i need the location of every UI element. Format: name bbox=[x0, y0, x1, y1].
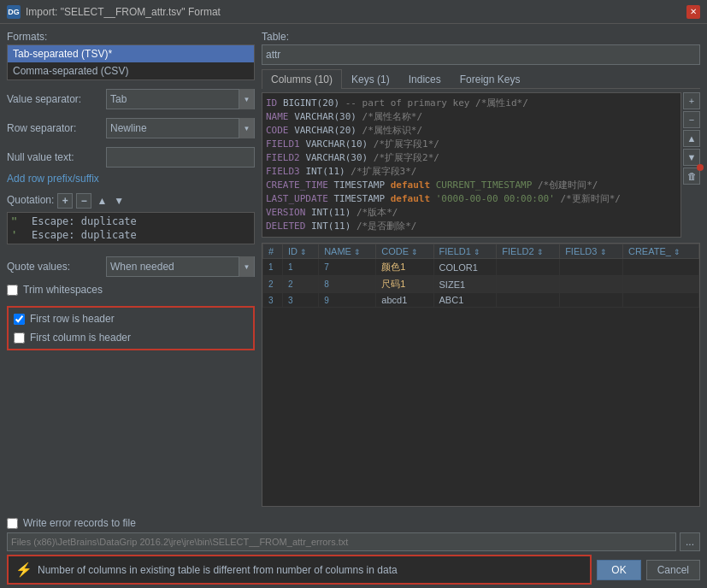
quotation-section: Quotation: + − ▲ ▼ " Escape: duplicate '… bbox=[7, 193, 255, 244]
quotation-remove-btn[interactable]: − bbox=[76, 193, 91, 209]
quote-values-select[interactable]: When needed Always Never bbox=[107, 257, 239, 276]
cell-rownum-1: 1 bbox=[263, 259, 283, 276]
col-header-field2: FIELD2 ⇕ bbox=[497, 244, 560, 259]
cell-field2-1 bbox=[560, 259, 623, 276]
first-column-header-checkbox[interactable] bbox=[14, 332, 25, 344]
warning-row: ⚡ Number of columns in existing table is… bbox=[7, 555, 592, 585]
warning-and-actions: ⚡ Number of columns in existing table is… bbox=[7, 555, 700, 585]
quotation-down-btn[interactable]: ▼ bbox=[112, 195, 126, 207]
main-content: Formats: Tab-separated (TSV)* Comma-sepa… bbox=[0, 24, 707, 514]
tab-columns[interactable]: Columns (10) bbox=[262, 69, 342, 89]
sql-line-5: FIELD2 VARCHAR(30) /*扩展字段2*/ bbox=[266, 151, 677, 165]
add-row-prefix-link[interactable]: Add row prefix/suffix bbox=[7, 173, 255, 185]
cell-field3-2 bbox=[622, 276, 698, 293]
first-row-header-checkbox[interactable] bbox=[14, 314, 25, 325]
close-button[interactable]: ✕ bbox=[686, 5, 700, 19]
cell-field1-3 bbox=[497, 293, 560, 308]
cell-field3-3 bbox=[622, 293, 698, 308]
null-value-row: Null value text: bbox=[7, 147, 255, 168]
cell-field1-1 bbox=[497, 259, 560, 276]
action-buttons: OK Cancel bbox=[597, 560, 700, 580]
cell-rownum-3: 3 bbox=[263, 293, 283, 308]
cell-field2-2 bbox=[560, 276, 623, 293]
quote-char-double: " bbox=[11, 215, 25, 227]
tabs-bar: Columns (10) Keys (1) Indices Foreign Ke… bbox=[262, 68, 700, 89]
left-panel: Formats: Tab-separated (TSV)* Comma-sepa… bbox=[7, 31, 255, 507]
quotation-row-double: " Escape: duplicate bbox=[11, 215, 250, 228]
data-table-wrap: # ID ⇕ NAME ⇕ CODE ⇕ FIELD1 ⇕ FIELD2 ⇕ F… bbox=[262, 243, 700, 507]
null-value-input[interactable] bbox=[106, 147, 255, 168]
header-options-box: First row is header First column is head… bbox=[7, 306, 255, 350]
col-header-code: CODE ⇕ bbox=[376, 244, 433, 259]
table-row: 1 1 7 颜色1 COLOR1 bbox=[263, 259, 699, 276]
first-column-header-label: First column is header bbox=[30, 332, 131, 344]
cell-rownum-2: 2 bbox=[263, 276, 283, 293]
table-row: 2 2 8 尺码1 SIZE1 bbox=[263, 276, 699, 293]
move-down-btn[interactable]: ▼ bbox=[683, 149, 700, 166]
cell-name-2: 尺码1 bbox=[376, 276, 433, 293]
ok-button[interactable]: OK bbox=[597, 560, 640, 580]
error-file-input[interactable] bbox=[7, 532, 676, 551]
quote-char-single: ' bbox=[11, 229, 25, 241]
formats-section: Formats: Tab-separated (TSV)* Comma-sepa… bbox=[7, 31, 255, 80]
cell-name-3: abcd1 bbox=[376, 293, 433, 308]
quotation-add-btn[interactable]: + bbox=[57, 193, 73, 209]
value-separator-select[interactable]: Tab Comma Semicolon bbox=[107, 90, 239, 109]
sql-line-8: LAST_UPDATE TIMESTAMP default '0000-00-0… bbox=[266, 192, 677, 206]
quotation-header: Quotation: + − ▲ ▼ bbox=[7, 193, 255, 209]
error-badge bbox=[697, 164, 704, 171]
sql-line-6: FIELD3 INT(11) /*扩展字段3*/ bbox=[266, 165, 677, 179]
dialog-title: Import: "SELECT__FROM_attr.tsv" Format bbox=[26, 6, 221, 18]
formats-label: Formats: bbox=[7, 31, 255, 43]
row-separator-select[interactable]: Newline \r\n bbox=[107, 119, 239, 138]
trim-whitespaces-checkbox[interactable] bbox=[7, 285, 18, 296]
error-file-row: ... bbox=[7, 532, 700, 551]
remove-column-btn[interactable]: − bbox=[683, 111, 700, 128]
quote-values-select-wrap[interactable]: When needed Always Never ▼ bbox=[106, 256, 255, 277]
col-header-field3: FIELD3 ⇕ bbox=[560, 244, 623, 259]
sql-line-4: FIELD1 VARCHAR(10) /*扩展字段1*/ bbox=[266, 138, 677, 151]
quotation-label: Quotation: bbox=[7, 194, 54, 206]
format-item-tsv[interactable]: Tab-separated (TSV)* bbox=[8, 45, 254, 62]
col-header-rownum: # bbox=[263, 244, 283, 259]
right-panel: Table: Columns (10) Keys (1) Indices For… bbox=[262, 31, 700, 507]
quote-values-arrow: ▼ bbox=[239, 256, 254, 277]
add-column-btn[interactable]: + bbox=[683, 92, 700, 109]
table-header-row: # ID ⇕ NAME ⇕ CODE ⇕ FIELD1 ⇕ FIELD2 ⇕ F… bbox=[263, 244, 699, 259]
trim-whitespaces-label: Trim whitespaces bbox=[23, 284, 103, 296]
quote-values-row: Quote values: When needed Always Never ▼ bbox=[7, 256, 255, 277]
row-separator-select-wrap[interactable]: Newline \r\n ▼ bbox=[106, 118, 255, 138]
first-row-header-row: First row is header bbox=[14, 311, 248, 326]
sql-with-btns: ID BIGINT(20) -- part of primary key /*属… bbox=[262, 92, 700, 238]
table-section: Table: bbox=[262, 31, 700, 65]
app-icon: DG bbox=[7, 5, 21, 19]
table-name-input[interactable] bbox=[262, 44, 700, 65]
quotation-rows: " Escape: duplicate ' Escape: duplicate bbox=[7, 212, 255, 244]
value-separator-arrow: ▼ bbox=[239, 89, 254, 109]
cell-code-2: SIZE1 bbox=[433, 276, 497, 293]
write-error-checkbox[interactable] bbox=[7, 518, 18, 529]
sql-line-2: NAME VARCHAR(30) /*属性名称*/ bbox=[266, 110, 677, 124]
first-column-header-row: First column is header bbox=[14, 330, 248, 345]
title-bar: DG Import: "SELECT__FROM_attr.tsv" Forma… bbox=[0, 0, 707, 24]
tab-keys[interactable]: Keys (1) bbox=[342, 69, 399, 89]
sql-panel[interactable]: ID BIGINT(20) -- part of primary key /*属… bbox=[262, 92, 681, 238]
quotation-row-single: ' Escape: duplicate bbox=[11, 228, 250, 242]
quote-escape-double: Escape: duplicate bbox=[32, 215, 137, 227]
row-separator-arrow: ▼ bbox=[239, 118, 254, 138]
trim-whitespaces-row: Trim whitespaces bbox=[7, 282, 255, 297]
tab-indices[interactable]: Indices bbox=[399, 69, 451, 89]
format-item-csv[interactable]: Comma-separated (CSV) bbox=[8, 62, 254, 79]
cell-field3-1 bbox=[622, 259, 698, 276]
col-header-name: NAME ⇕ bbox=[319, 244, 376, 259]
quotation-up-btn[interactable]: ▲ bbox=[95, 195, 109, 207]
sql-line-7: CREATE_TIME TIMESTAMP default CURRENT_TI… bbox=[266, 179, 677, 192]
sql-side-buttons: + − ▲ ▼ 🗑 bbox=[683, 92, 700, 238]
browse-button[interactable]: ... bbox=[680, 532, 700, 551]
tab-foreign-keys[interactable]: Foreign Keys bbox=[451, 69, 530, 89]
value-separator-select-wrap[interactable]: Tab Comma Semicolon ▼ bbox=[106, 89, 255, 109]
cell-num-1: 1 bbox=[283, 259, 319, 276]
cancel-button[interactable]: Cancel bbox=[646, 560, 700, 580]
cell-num-2: 2 bbox=[283, 276, 319, 293]
move-up-btn[interactable]: ▲ bbox=[683, 130, 700, 147]
